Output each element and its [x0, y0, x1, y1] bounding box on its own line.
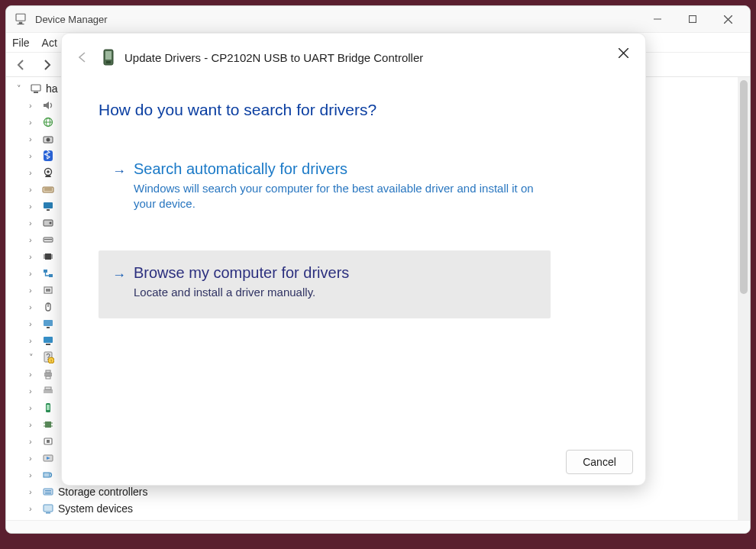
- chevron-right-icon[interactable]: [29, 286, 38, 295]
- svg-rect-20: [44, 202, 53, 208]
- dm-titlebar: Device Manager: [6, 6, 750, 33]
- svg-rect-36: [46, 289, 50, 292]
- svg-rect-49: [46, 376, 50, 379]
- chevron-down-icon[interactable]: ˅: [17, 84, 26, 94]
- dialog-back-button[interactable]: [73, 47, 92, 67]
- dialog-close-button[interactable]: [612, 41, 635, 64]
- chevron-right-icon[interactable]: [29, 420, 38, 429]
- maximize-button[interactable]: [675, 6, 710, 32]
- chevron-right-icon[interactable]: [29, 168, 38, 177]
- device-icon: [102, 48, 115, 66]
- dm-statusbar: [6, 520, 750, 533]
- chevron-right-icon[interactable]: [29, 336, 38, 345]
- monitor-icon: [41, 200, 55, 212]
- chevron-right-icon[interactable]: [29, 470, 38, 480]
- dialog-question: How do you want to search for drivers?: [99, 101, 609, 119]
- chevron-right-icon[interactable]: [29, 319, 38, 328]
- svg-rect-54: [45, 421, 51, 428]
- chevron-right-icon[interactable]: [29, 134, 38, 144]
- option-search-automatically[interactable]: → Search automatically for drivers Windo…: [99, 147, 551, 231]
- chevron-right-icon[interactable]: [29, 101, 38, 110]
- chevron-right-icon[interactable]: [29, 454, 38, 463]
- tree-label: System devices: [58, 502, 133, 515]
- chevron-right-icon[interactable]: [29, 269, 38, 278]
- webcam-icon: [41, 166, 55, 179]
- toolbar-back-button[interactable]: [11, 54, 32, 76]
- svg-point-23: [50, 222, 52, 224]
- menu-action[interactable]: Act: [42, 37, 57, 49]
- minimize-button[interactable]: [640, 6, 675, 32]
- unknown-device-icon: ?!: [41, 351, 55, 363]
- security-icon: [41, 435, 55, 447]
- svg-rect-42: [46, 344, 50, 345]
- chevron-right-icon[interactable]: [29, 437, 38, 446]
- svg-point-16: [47, 170, 50, 173]
- toolbar-forward-button[interactable]: [37, 54, 58, 76]
- chevron-right-icon[interactable]: [29, 386, 38, 396]
- chevron-right-icon[interactable]: [29, 118, 38, 127]
- bluetooth-icon: [41, 150, 55, 162]
- tree-category-storage[interactable]: Storage controllers: [11, 483, 738, 500]
- system-devices-icon: [41, 502, 55, 515]
- keyboard-icon: [41, 183, 55, 195]
- chevron-right-icon[interactable]: [29, 487, 38, 496]
- chevron-right-icon[interactable]: [29, 202, 38, 211]
- svg-rect-68: [46, 512, 50, 514]
- chevron-right-icon[interactable]: [29, 218, 38, 228]
- chevron-right-icon[interactable]: [29, 252, 38, 261]
- monitor2-icon: [41, 318, 55, 330]
- arrow-right-icon: →: [112, 264, 126, 286]
- chevron-right-icon[interactable]: [29, 151, 38, 160]
- svg-rect-67: [44, 505, 53, 512]
- svg-rect-48: [46, 370, 50, 373]
- svg-rect-25: [44, 239, 52, 240]
- option-body: Browse my computer for drivers Locate an…: [134, 264, 349, 300]
- chevron-right-icon[interactable]: [29, 235, 38, 244]
- svg-rect-39: [44, 320, 53, 326]
- tree-label: Storage controllers: [58, 486, 148, 498]
- close-window-button[interactable]: [710, 6, 745, 32]
- dialog-device-name: CP2102N USB to UART Bridge Controller: [211, 51, 423, 64]
- tree-category-system[interactable]: System devices: [11, 500, 738, 517]
- tree-root-label: ha: [46, 82, 58, 95]
- scrollbar[interactable]: [738, 77, 750, 520]
- chevron-right-icon[interactable]: [29, 370, 38, 379]
- chevron-right-icon[interactable]: [29, 403, 38, 412]
- svg-rect-0: [16, 14, 25, 21]
- option-body: Search automatically for drivers Windows…: [134, 160, 534, 212]
- audio-icon: [41, 99, 55, 111]
- camera-icon: [41, 133, 55, 145]
- printqueue-icon: [41, 385, 55, 397]
- chipset-icon: [41, 284, 55, 296]
- svg-rect-50: [44, 389, 53, 393]
- svg-rect-4: [690, 16, 696, 23]
- scrollbar-thumb[interactable]: [740, 80, 748, 294]
- option-browse-computer[interactable]: → Browse my computer for drivers Locate …: [99, 250, 551, 318]
- option-description: Locate and install a driver manually.: [134, 285, 349, 300]
- svg-rect-73: [106, 61, 111, 63]
- dialog-header: Update Drivers - CP2102N USB to UART Bri…: [62, 34, 645, 73]
- arrow-right-icon: →: [112, 160, 126, 182]
- cancel-button-label: Cancel: [583, 456, 616, 468]
- network-icon: [41, 267, 55, 279]
- dialog-title: Update Drivers - CP2102N USB to UART Bri…: [124, 51, 423, 64]
- svg-rect-60: [47, 440, 50, 443]
- svg-rect-72: [105, 51, 111, 60]
- svg-rect-53: [47, 405, 50, 410]
- option-title: Search automatically for drivers: [134, 160, 534, 178]
- svg-rect-47: [44, 373, 52, 376]
- chevron-right-icon[interactable]: [29, 185, 38, 194]
- chevron-down-icon[interactable]: ˅: [29, 353, 38, 363]
- svg-rect-64: [44, 489, 53, 495]
- menu-file[interactable]: File: [12, 37, 30, 49]
- svg-rect-7: [31, 85, 40, 91]
- cancel-button[interactable]: Cancel: [566, 450, 633, 474]
- chevron-right-icon[interactable]: [29, 302, 38, 312]
- dialog-content: How do you want to search for drivers? →…: [62, 73, 645, 441]
- update-drivers-dialog: Update Drivers - CP2102N USB to UART Bri…: [61, 33, 646, 486]
- svg-rect-63: [44, 473, 50, 477]
- chevron-right-icon[interactable]: [29, 504, 38, 513]
- storage-controller-icon: [41, 486, 55, 498]
- processor-icon: [41, 418, 55, 431]
- computer-icon: [29, 82, 43, 95]
